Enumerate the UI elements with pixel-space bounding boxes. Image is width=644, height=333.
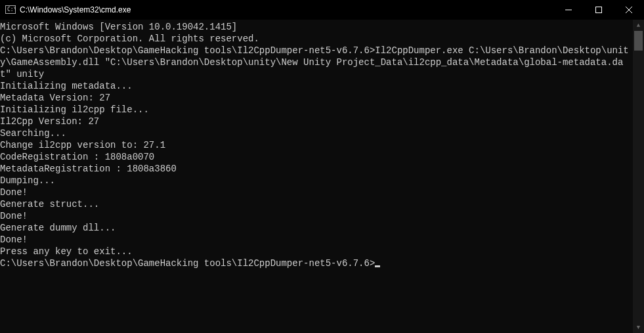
terminal-prompt-line[interactable]: C:\Users\Brandon\Desktop\GameHacking too…	[0, 257, 633, 269]
scroll-thumb[interactable]	[634, 31, 643, 51]
terminal-line: Done!	[0, 234, 633, 246]
svg-text:C:\: C:\	[7, 7, 16, 12]
terminal-line: Change il2cpp version to: 27.1	[0, 139, 633, 151]
terminal-line: Generate struct...	[0, 198, 633, 210]
terminal-line: Dumping...	[0, 175, 633, 187]
terminal-line: CodeRegistration : 1808a0070	[0, 151, 633, 163]
terminal-line: Microsoft Windows [Version 10.0.19042.14…	[0, 21, 633, 33]
terminal-line: Initializing il2cpp file...	[0, 104, 633, 116]
terminal-line: Metadata Version: 27	[0, 92, 633, 104]
terminal-line: Press any key to exit...	[0, 246, 633, 257]
window-title: C:\Windows\System32\cmd.exe	[20, 5, 131, 14]
scroll-track[interactable]	[633, 31, 644, 322]
terminal-line: Done!	[0, 187, 633, 198]
terminal-prompt: C:\Users\Brandon\Desktop\GameHacking too…	[0, 258, 375, 269]
close-button[interactable]	[614, 0, 644, 20]
terminal-area: Microsoft Windows [Version 10.0.19042.14…	[0, 20, 644, 333]
maximize-button[interactable]	[584, 0, 614, 20]
window-titlebar: C:\ C:\Windows\System32\cmd.exe	[0, 0, 644, 20]
terminal-line: MetadataRegistration : 1808a3860	[0, 163, 633, 175]
terminal-cursor	[375, 265, 380, 267]
svg-rect-3	[596, 7, 602, 13]
terminal-line: Initializing metadata...	[0, 80, 633, 92]
cmd-icon: C:\	[5, 5, 16, 15]
scroll-down-arrow[interactable]: ▼	[633, 322, 644, 333]
terminal-line: C:\Users\Brandon\Desktop\GameHacking too…	[0, 45, 633, 80]
terminal-line: Done!	[0, 210, 633, 222]
terminal-line: Il2Cpp Version: 27	[0, 116, 633, 127]
scrollbar[interactable]: ▲ ▼	[633, 20, 644, 333]
terminal-line: Searching...	[0, 127, 633, 139]
scroll-up-arrow[interactable]: ▲	[633, 20, 644, 31]
minimize-button[interactable]	[553, 0, 584, 20]
terminal-line: (c) Microsoft Corporation. All rights re…	[0, 33, 633, 45]
terminal-line: Generate dummy dll...	[0, 222, 633, 234]
window-controls	[553, 0, 644, 20]
terminal-output[interactable]: Microsoft Windows [Version 10.0.19042.14…	[0, 20, 633, 333]
